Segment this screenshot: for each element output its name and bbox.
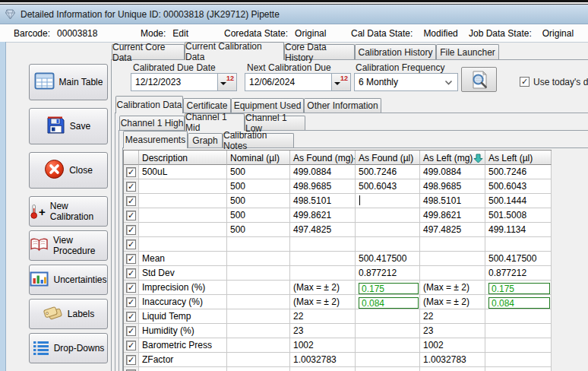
row-indicator-cell[interactable]: ✓	[124, 237, 139, 252]
close-button[interactable]: Close	[29, 152, 108, 189]
row-checkbox[interactable]: ✓	[126, 225, 136, 235]
row-checkbox[interactable]: ✓	[126, 196, 136, 206]
grid-cell[interactable]: 497.4825	[290, 223, 356, 237]
uncertainties-button[interactable]: Uncertainties	[29, 265, 108, 295]
preview-report-button[interactable]	[461, 67, 497, 92]
grid-cell[interactable]: 500	[227, 179, 290, 194]
row-checkbox[interactable]: ✓	[126, 297, 136, 307]
grid-cell[interactable]	[420, 367, 485, 371]
new-calibration-button[interactable]: + New Calibration	[29, 196, 108, 227]
row-indicator-cell[interactable]: ✓	[124, 324, 139, 338]
tab-current-calibration-data[interactable]: Current Calibration Data	[185, 42, 284, 60]
grid-cell[interactable]: 0.175	[485, 281, 552, 295]
calendar-picker-icon[interactable]: 12	[331, 74, 350, 90]
row-indicator-cell[interactable]: ✓	[124, 281, 139, 295]
grid-cell[interactable]	[227, 252, 290, 266]
grid-cell[interactable]: 499.1134	[485, 223, 552, 237]
main-table-button[interactable]: Main Table	[29, 64, 108, 100]
grid-cell[interactable]: Barometric Press	[139, 338, 227, 353]
tab-equipment-used[interactable]: Equipment Used	[231, 98, 304, 113]
row-indicator-cell[interactable]: ✓	[124, 295, 139, 309]
row-indicator-cell[interactable]: ✓	[124, 223, 139, 237]
row-checkbox[interactable]: ✓	[126, 182, 136, 192]
tab-calibration-notes[interactable]: Calibration Notes	[223, 133, 294, 147]
grid-cell[interactable]	[420, 266, 485, 281]
grid-cell[interactable]: 1.0032783	[290, 353, 356, 367]
grid-cell[interactable]: 500.417500	[485, 252, 552, 266]
grid-cell[interactable]	[356, 223, 420, 237]
grid-cell[interactable]: (Max = ± 2)	[420, 281, 485, 295]
labels-button[interactable]: Labels	[29, 299, 108, 329]
grid-cell[interactable]: Imprecision (%)	[139, 281, 227, 295]
grid-cell[interactable]	[485, 353, 552, 367]
tab-channel-1-high[interactable]: Channel 1 High	[119, 116, 185, 130]
tab-core-data-history[interactable]: Core Data History	[284, 44, 355, 59]
grid-cell[interactable]: Humidity (%)	[139, 324, 227, 338]
grid-cell[interactable]: 500.417500	[356, 252, 420, 266]
tab-measurements[interactable]: Measurements	[123, 131, 188, 148]
grid-cell[interactable]	[485, 309, 552, 324]
grid-cell[interactable]: 0.877212	[356, 266, 420, 281]
grid-cell[interactable]: 498.9685	[420, 179, 485, 194]
grid-cell[interactable]	[139, 237, 227, 252]
grid-cell[interactable]	[485, 338, 552, 353]
grid-cell[interactable]: ZFactor	[139, 353, 227, 367]
grid-cell[interactable]: 23	[420, 324, 485, 338]
grid-cell[interactable]: 500.6043	[485, 179, 552, 194]
grid-cell[interactable]	[356, 194, 420, 208]
next-calibration-due-field[interactable]: 12/06/2024 12	[245, 73, 351, 91]
tab-other-information[interactable]: Other Information	[304, 98, 381, 113]
grid-cell[interactable]: 0.084	[356, 295, 420, 309]
tab-graph[interactable]: Graph	[188, 133, 223, 147]
row-indicator-cell[interactable]: ✓	[124, 252, 139, 266]
grid-cell[interactable]: Std Dev	[139, 266, 227, 281]
row-checkbox[interactable]: ✓	[126, 283, 136, 293]
row-checkbox[interactable]: ✓	[126, 268, 136, 278]
grid-header-selector[interactable]	[124, 151, 139, 165]
grid-cell[interactable]: 500uL	[139, 165, 227, 179]
grid-cell[interactable]: 23	[290, 324, 356, 338]
grid-cell[interactable]: 499.0884	[290, 165, 356, 179]
grid-cell[interactable]	[356, 367, 420, 371]
grid-cell[interactable]: (Max = ± 2)	[290, 295, 356, 309]
grid-cell[interactable]	[356, 324, 420, 338]
grid-cell[interactable]	[227, 237, 290, 252]
calibrated-due-date-field[interactable]: 12/12/2023 12	[131, 73, 237, 91]
grid-cell[interactable]: 0.877212	[485, 266, 552, 281]
tab-channel-1-mid[interactable]: Channel 1 Mid	[185, 113, 245, 131]
grid-cell[interactable]	[290, 367, 356, 371]
grid-cell[interactable]	[139, 223, 227, 237]
grid-cell[interactable]: 500	[227, 194, 290, 208]
grid-cell[interactable]: 498.5101	[290, 194, 356, 208]
grid-cell[interactable]	[356, 309, 420, 324]
grid-cell[interactable]: 497.4825	[420, 223, 485, 237]
row-indicator-cell[interactable]: ✓	[124, 194, 139, 208]
grid-cell[interactable]	[139, 194, 227, 208]
grid-cell[interactable]	[139, 367, 227, 371]
grid-cell[interactable]	[227, 353, 290, 367]
row-checkbox[interactable]: ✓	[126, 312, 136, 322]
use-todays-date-checkbox[interactable]: ✓	[520, 77, 530, 87]
grid-cell[interactable]	[356, 353, 420, 367]
grid-cell[interactable]: Liquid Temp	[139, 309, 227, 324]
grid-cell[interactable]: Mean	[139, 252, 227, 266]
grid-cell[interactable]: (Max = ± 2)	[420, 295, 485, 309]
grid-cell[interactable]	[356, 208, 420, 223]
grid-cell[interactable]	[227, 266, 290, 281]
row-indicator-cell[interactable]: ✓	[124, 266, 139, 281]
grid-cell[interactable]	[139, 179, 227, 194]
column-header-as-left-ul[interactable]: As Left (µl)	[485, 151, 552, 165]
grid-cell[interactable]	[227, 309, 290, 324]
grid-cell[interactable]	[227, 367, 290, 371]
column-header-description[interactable]: Description	[139, 151, 227, 165]
grid-cell[interactable]	[227, 295, 290, 309]
row-checkbox[interactable]: ✓	[126, 355, 136, 365]
grid-cell[interactable]	[227, 338, 290, 353]
grid-cell[interactable]: 498.9685	[290, 179, 356, 194]
row-checkbox[interactable]: ✓	[126, 326, 136, 336]
drop-downs-button[interactable]: Drop-Downs	[29, 333, 108, 363]
row-checkbox[interactable]: ✓	[126, 254, 136, 264]
grid-cell[interactable]: 0.084	[485, 295, 552, 309]
grid-cell[interactable]: 500.6043	[356, 179, 420, 194]
grid-cell[interactable]: 22	[290, 309, 356, 324]
